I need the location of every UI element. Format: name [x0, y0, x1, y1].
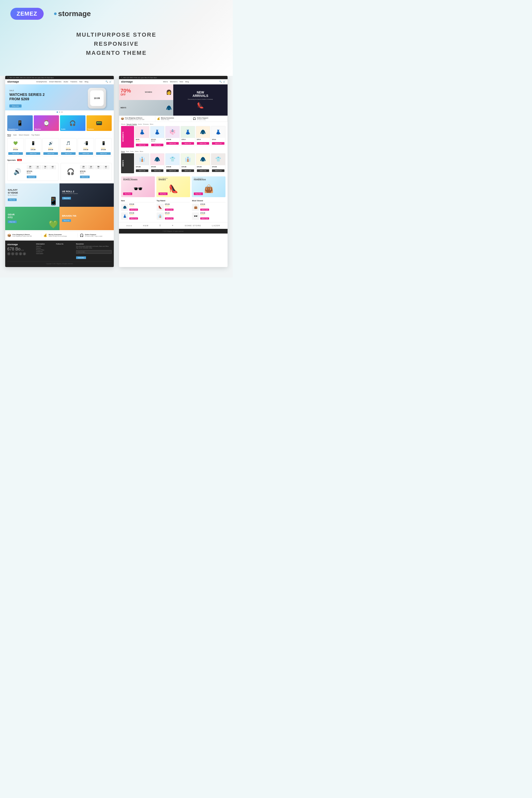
add-to-cart-button[interactable]: Add to Cart	[61, 152, 76, 155]
mini-add-btn[interactable]: Add to Cart	[129, 217, 138, 220]
add-to-cart-btn[interactable]: Add to Cart	[197, 142, 209, 145]
hero-dot-2[interactable]	[59, 111, 60, 113]
nav-new[interactable]: New	[179, 81, 183, 82]
footer-newsletter-desc: Get all the latest information on Events…	[76, 246, 112, 249]
promo-galaxy-btn[interactable]: Shop now	[8, 198, 17, 201]
subscribe-button[interactable]: Subscribe	[76, 256, 86, 259]
promo-braven-btn[interactable]: Shop now	[62, 219, 71, 222]
sunglasses-cat[interactable]: New Collections SUNGLASSES 🕶️ Shop Now	[121, 176, 155, 197]
hero-cta-button[interactable]: Shop now	[10, 104, 22, 108]
product-price: $78.99	[43, 149, 58, 150]
special-add-btn[interactable]: Add to Cart	[80, 176, 90, 178]
nav-audio[interactable]: Audio	[63, 81, 68, 82]
shoes-cat[interactable]: New Collections SHOES 👠 Shop Now	[156, 176, 190, 197]
mini-add-btn[interactable]: Add to Cart	[165, 209, 173, 211]
tab-more[interactable]: More	[150, 124, 153, 125]
promo-ue-btn[interactable]: Shop now	[62, 197, 71, 200]
benefit-money-text: Money Guarantee Within 30 days for an ex…	[49, 234, 67, 237]
add-to-cart-btn[interactable]: Add to Cart	[151, 144, 164, 146]
add-to-cart-btn[interactable]: Add to Cart	[136, 169, 148, 172]
category-smartphones[interactable]: 📱 Smartphones Cell Phones	[7, 115, 33, 131]
mini-add-btn[interactable]: Add to Cart	[129, 209, 138, 211]
mini-add-btn[interactable]: Add to Cart	[200, 217, 209, 220]
nav-blog[interactable]: Blog	[185, 81, 189, 82]
footer-link[interactable]: Privacy Policy	[36, 249, 54, 251]
add-to-cart-btn[interactable]: Add to Cart	[212, 142, 225, 145]
category-trackers[interactable]: 📟 Trackers	[87, 115, 112, 131]
search-icon[interactable]: 🔍	[106, 80, 108, 83]
tab-suits[interactable]: Suits	[130, 151, 134, 152]
money-sub: Within 30 days	[161, 119, 174, 120]
hero-dot-1[interactable]	[57, 111, 58, 113]
add-to-cart-button[interactable]: Add to Cart	[43, 152, 58, 155]
womens-products: WOMEN'S 👗 $479 ★★★★☆ Add to Cart 👗 $72.5…	[121, 126, 226, 148]
special-add-btn[interactable]: Add to Cart	[27, 176, 36, 178]
tab-shoes[interactable]: Shoes	[121, 124, 126, 125]
pinterest-icon[interactable]: p	[23, 252, 26, 255]
tab-top-rated[interactable]: Top Rated	[31, 134, 39, 137]
category-watches[interactable]: ⌚ Watches	[34, 115, 59, 131]
facebook-icon[interactable]: f	[7, 252, 11, 255]
fashion-women-banner[interactable]: 70% OFF WOMEN 👩	[119, 84, 173, 100]
footer-link[interactable]: Subscription	[36, 253, 54, 254]
tab-most-viewed[interactable]: Most Viewed	[19, 134, 29, 137]
product-img: 👗	[150, 126, 165, 138]
tab-none[interactable]: None	[121, 151, 125, 152]
tab-new[interactable]: New	[7, 134, 11, 137]
tab-dresses[interactable]: Dresses	[143, 124, 149, 125]
cart-icon[interactable]: 🛒	[109, 80, 112, 83]
promo-gear-btn[interactable]: Shop now	[8, 221, 17, 223]
add-to-cart-btn[interactable]: Add to Cart	[197, 169, 209, 172]
add-to-cart-btn[interactable]: Add to Cart	[182, 169, 194, 172]
fashion-men-banner[interactable]: MEN'S 🧥	[119, 100, 173, 116]
youtube-icon[interactable]: y	[19, 252, 22, 255]
footer-link[interactable]: Delivery	[36, 247, 54, 249]
category-audio[interactable]: 🎧 Audio	[60, 115, 86, 131]
add-to-cart-btn[interactable]: Add to Cart	[166, 169, 179, 172]
tab-shirts[interactable]: Shirts	[135, 151, 138, 152]
search-icon[interactable]: 🔍	[219, 80, 222, 83]
sunglasses-shop-btn[interactable]: Shop Now	[123, 192, 132, 195]
footer-link[interactable]: About Us	[36, 246, 54, 247]
add-to-cart-btn[interactable]: Add to Cart	[212, 169, 225, 172]
tab-tops[interactable]: Tops	[126, 151, 129, 152]
nav-smartphones[interactable]: Smartphones	[36, 81, 47, 82]
newsletter-input[interactable]	[76, 250, 112, 254]
fashion-benefit-shipping: 📦 Free Shipping & Return Free Shipping o…	[119, 116, 155, 121]
nav-trackers[interactable]: Trackers	[70, 81, 77, 82]
add-to-cart-button[interactable]: Add to Cart	[8, 152, 23, 155]
cart-icon[interactable]: 🛒	[223, 80, 226, 83]
nav-womens[interactable]: Women's	[170, 81, 177, 82]
add-to-cart-button[interactable]: Add to Cart	[96, 152, 111, 155]
mini-add-btn[interactable]: Add to Cart	[165, 217, 173, 220]
tab-more[interactable]: More	[140, 151, 144, 152]
hero-dots	[5, 110, 114, 114]
shoes-shop-btn[interactable]: Shop Now	[158, 192, 168, 195]
add-to-cart-btn[interactable]: Add to Cart	[136, 144, 148, 146]
hero-dot-3[interactable]	[61, 111, 63, 113]
product-img: 🔊	[43, 139, 58, 147]
mini-add-btn[interactable]: Add to Cart	[200, 209, 209, 211]
tab-tops[interactable]: Tops & T-shirts	[127, 124, 137, 125]
add-to-cart-btn[interactable]: Add to Cart	[166, 142, 179, 145]
add-to-cart-btn[interactable]: Add to Cart	[151, 169, 164, 172]
nav-blog[interactable]: Blog	[85, 81, 88, 82]
instagram-icon[interactable]: i	[15, 252, 18, 255]
tab-sale[interactable]: Sale	[13, 134, 17, 137]
twitter-icon[interactable]: t	[11, 252, 14, 255]
add-to-cart-btn[interactable]: Add to Cart	[182, 142, 194, 145]
add-to-cart-button[interactable]: Add to Cart	[79, 152, 93, 155]
add-to-cart-button[interactable]: Add to Cart	[26, 152, 40, 155]
zemez-logo[interactable]: ZEMEZ	[11, 8, 44, 20]
footer-link[interactable]: Contact Us	[36, 251, 54, 252]
mini-product: 👗 $76.89 ★★★★☆ Add to Cart	[121, 212, 155, 220]
nav-nav[interactable]: Nav	[79, 81, 82, 82]
tab-jeans[interactable]: Jeans	[138, 124, 142, 125]
handbags-cat[interactable]: New Collections HANDBAGS 👜 Shop Now	[192, 176, 226, 197]
nav-watches[interactable]: Smart Watches	[49, 81, 61, 82]
promo-braven-text: BRAVEN 705 Shop now	[62, 214, 76, 222]
product-price: $78.99	[79, 149, 93, 150]
nav-mens[interactable]: Men's	[163, 81, 168, 82]
handbags-shop-btn[interactable]: Shop Now	[194, 192, 203, 195]
product-info: $78.89 Add to Cart	[181, 165, 195, 173]
